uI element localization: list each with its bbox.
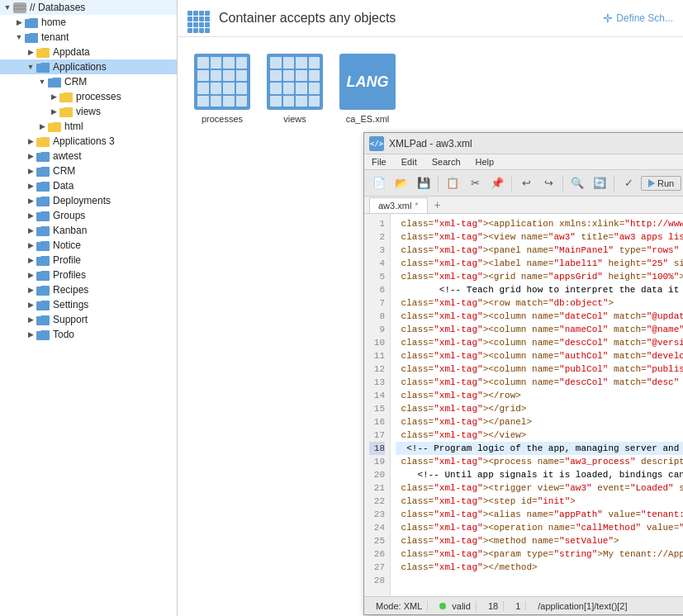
menu-edit[interactable]: Edit xyxy=(399,156,420,168)
paste-button[interactable]: 📌 xyxy=(487,173,507,193)
new-file-button[interactable]: 📄 xyxy=(369,173,389,193)
expand-icon-applications: ▼ xyxy=(25,61,36,73)
code-line-14: class="xml-tag"></row> xyxy=(396,389,683,402)
code-line-21: class="xml-tag"><trigger view="aw3" even… xyxy=(396,481,683,495)
save-file-button[interactable]: 💾 xyxy=(414,173,434,193)
expand-icon-views: ▶ xyxy=(48,106,59,117)
line-number-2: 2 xyxy=(369,230,385,244)
folder-blue-icon xyxy=(36,62,50,73)
code-area[interactable]: 1234567891011121314151617181920212223242… xyxy=(364,214,683,596)
code-content[interactable]: class="xml-tag"><application xmlns:xlink… xyxy=(391,214,683,596)
sidebar-label-html: html xyxy=(64,121,83,132)
code-line-25: class="xml-tag"><method name="setValue"> xyxy=(396,534,683,547)
sidebar-item-applications[interactable]: ▼Applications xyxy=(0,59,177,74)
sidebar-item-support[interactable]: ▶Support xyxy=(0,312,177,327)
menu-search[interactable]: Search xyxy=(429,156,463,168)
sidebar-label-settings: Settings xyxy=(53,299,88,310)
top-bar-title: Container accepts any objects xyxy=(219,11,603,26)
sidebar-item-crm2[interactable]: ▶CRM xyxy=(0,163,177,178)
grid-icon-box-views xyxy=(267,54,323,110)
line-number-22: 22 xyxy=(369,495,385,508)
run-button[interactable]: Run xyxy=(641,176,681,191)
line-numbers: 1234567891011121314151617181920212223242… xyxy=(364,214,391,596)
expand-icon-crm2: ▶ xyxy=(25,165,36,177)
sidebar: ▼// Databases▶home▼tenant▶Appdata▼Applic… xyxy=(0,0,178,616)
redo-button[interactable]: ↪ xyxy=(538,173,558,193)
content-icon-views[interactable]: views xyxy=(267,54,323,124)
sidebar-item-tenant[interactable]: ▼tenant xyxy=(0,30,177,45)
undo-button[interactable]: ↩ xyxy=(516,173,536,193)
tab-modified-indicator: * xyxy=(415,201,418,211)
folder-icon xyxy=(36,47,50,58)
line-number-27: 27 xyxy=(369,561,385,574)
sidebar-label-kanban: Kanban xyxy=(53,225,87,236)
run-triangle-icon xyxy=(648,179,655,187)
find-button[interactable]: 🔍 xyxy=(567,173,587,193)
code-line-27: class="xml-tag"></method> xyxy=(396,561,683,574)
sidebar-item-kanban[interactable]: ▶Kanban xyxy=(0,223,177,238)
line-number-10: 10 xyxy=(369,336,385,349)
folder-icon xyxy=(59,107,73,117)
copy-button[interactable]: 📋 xyxy=(443,173,462,193)
sidebar-label-profile: Profile xyxy=(53,254,81,266)
content-icon-ca_es[interactable]: LANGca_ES.xml xyxy=(339,54,396,124)
expand-icon-profiles: ▶ xyxy=(25,269,36,281)
expand-icon-support: ▶ xyxy=(25,314,36,325)
sidebar-item-databases[interactable]: ▼// Databases xyxy=(0,0,177,15)
sidebar-label-notice: Notice xyxy=(53,239,81,251)
code-line-7: class="xml-tag"><row match="db:object"> xyxy=(396,296,683,310)
line-number-1: 1 xyxy=(369,217,385,230)
code-line-16: class="xml-tag"></panel> xyxy=(396,415,683,429)
window-title: XMLPad - aw3.xml xyxy=(389,138,683,149)
sidebar-item-html[interactable]: ▶html xyxy=(0,119,177,134)
cut-button[interactable]: ✂ xyxy=(465,173,485,193)
validate-button[interactable]: ✓ xyxy=(619,173,638,193)
code-line-19: class="xml-tag"><process name="aw3_proce… xyxy=(396,455,683,468)
sidebar-item-todo[interactable]: ▶Todo xyxy=(0,327,177,342)
line-number-18: 18 xyxy=(369,442,385,455)
sidebar-item-profiles[interactable]: ▶Profiles xyxy=(0,268,177,282)
content-icons-area: processesviewsLANGca_ES.xml xyxy=(178,37,683,140)
define-schema-button[interactable]: ✛ Define Sch... xyxy=(603,12,673,25)
code-line-28 xyxy=(396,574,683,587)
sidebar-item-deployments[interactable]: ▶Deployments xyxy=(0,193,177,208)
line-number-3: 3 xyxy=(369,244,385,257)
line-number-12: 12 xyxy=(369,362,385,376)
sidebar-item-crm[interactable]: ▼CRM xyxy=(0,74,177,89)
tab-add-button[interactable]: + xyxy=(429,197,446,213)
expand-icon-crm: ▼ xyxy=(36,76,48,88)
folder-blue-icon xyxy=(36,151,50,162)
sidebar-item-groups[interactable]: ▶Groups xyxy=(0,208,177,223)
lang-icon-box: LANG xyxy=(339,54,396,110)
line-number-5: 5 xyxy=(369,270,385,283)
sidebar-item-profile[interactable]: ▶Profile xyxy=(0,253,177,268)
sidebar-item-data[interactable]: ▶Data xyxy=(0,178,177,193)
open-file-button[interactable]: 📂 xyxy=(391,173,411,193)
menu-help[interactable]: Help xyxy=(473,156,497,168)
sidebar-item-recipes[interactable]: ▶Recipes xyxy=(0,282,177,297)
line-number-13: 13 xyxy=(369,376,385,389)
expand-icon-databases: ▼ xyxy=(2,2,13,13)
code-line-22: class="xml-tag"><step id="init"> xyxy=(396,495,683,508)
code-line-8: class="xml-tag"><column name="dateCol" m… xyxy=(396,310,683,323)
menu-file[interactable]: File xyxy=(369,156,389,168)
xmlpad-icon: </> xyxy=(369,136,384,151)
expand-icon-recipes: ▶ xyxy=(25,284,36,296)
replace-button[interactable]: 🔄 xyxy=(590,173,609,193)
sidebar-item-awtest[interactable]: ▶awtest xyxy=(0,149,177,163)
xml-tab-aw3[interactable]: aw3.xml * xyxy=(369,197,428,213)
sidebar-item-settings[interactable]: ▶Settings xyxy=(0,297,177,312)
line-number-21: 21 xyxy=(369,481,385,495)
sidebar-item-notice[interactable]: ▶Notice xyxy=(0,238,177,253)
run-label: Run xyxy=(657,178,674,188)
sidebar-item-home[interactable]: ▶home xyxy=(0,15,177,30)
content-icon-processes[interactable]: processes xyxy=(194,54,250,124)
line-number-4: 4 xyxy=(369,257,385,270)
sidebar-item-processes[interactable]: ▶processes xyxy=(0,89,177,104)
sidebar-item-applications3[interactable]: ▶Applications 3 xyxy=(0,134,177,149)
expand-icon-kanban: ▶ xyxy=(25,225,36,236)
sidebar-item-appdata[interactable]: ▶Appdata xyxy=(0,45,177,59)
folder-blue-icon xyxy=(36,329,50,340)
sidebar-item-views[interactable]: ▶views xyxy=(0,104,177,119)
code-line-24: class="xml-tag"><operation name="callMet… xyxy=(396,521,683,534)
